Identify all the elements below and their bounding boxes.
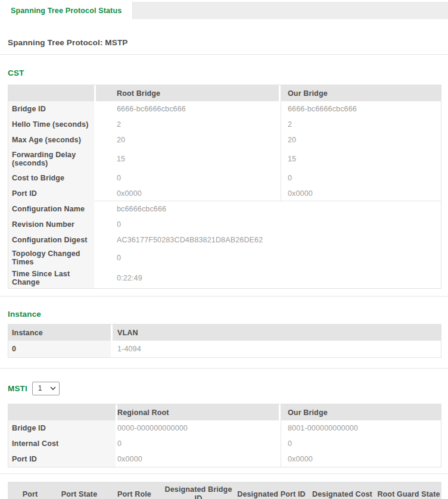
row-label: Port ID	[8, 451, 116, 467]
our-bridge-value: 6666-bc6666cbc666	[281, 101, 441, 117]
table-row: Forwarding Delay (seconds) 15 15	[8, 148, 441, 170]
root-bridge-value: 15	[94, 148, 281, 170]
our-bridge-value: 0	[281, 170, 441, 186]
table-row: Max Age (seconds) 20 20	[8, 132, 441, 148]
msti-heading: MSTI	[8, 384, 27, 393]
cst-table-header: Root Bridge Our Bridge	[8, 85, 441, 101]
row-label: Internal Cost	[8, 436, 116, 451]
divider	[0, 54, 448, 55]
divider	[0, 473, 448, 474]
our-bridge-value: 2	[281, 117, 441, 132]
instance-heading: Instance	[8, 310, 441, 319]
row-label: Bridge ID	[8, 420, 116, 436]
row-value: 0	[94, 217, 441, 232]
table-row: Configuration Digest AC36177F50283CD4B83…	[8, 232, 441, 248]
port-col-designated-bridge-id: Designated Bridge ID	[163, 482, 234, 499]
port-col-port-role: Port Role	[106, 482, 163, 499]
table-row: Internal Cost 0 0	[8, 436, 441, 451]
row-label: Revision Number	[8, 217, 94, 232]
regional-root-value: 0x0000	[116, 451, 281, 467]
table-row: Port ID 0x0000 0x0000	[8, 451, 441, 467]
table-row: Port ID 0x0000 0x0000	[8, 186, 441, 201]
page-title: Spanning Tree Protocol: MSTP	[8, 38, 441, 47]
root-bridge-value: 20	[94, 132, 281, 148]
instance-table-header: Instance VLAN	[8, 325, 441, 341]
row-value: 0	[94, 248, 441, 268]
table-row: Revision Number 0	[8, 217, 441, 232]
row-label: Forwarding Delay (seconds)	[8, 148, 94, 170]
port-col-port-state: Port State	[52, 482, 106, 499]
msti-col-regional-root: Regional Root	[117, 404, 279, 420]
cst-heading: CST	[8, 68, 441, 77]
row-label: Cost to Bridge	[8, 170, 94, 186]
row-label: Configuration Name	[8, 201, 94, 217]
port-col-designated-port-id: Designated Port ID	[234, 482, 309, 499]
row-label: Configuration Digest	[8, 232, 94, 248]
our-bridge-value: 8001-000000000000	[281, 420, 441, 436]
main-content: Spanning Tree Protocol: MSTP CST Root Br…	[0, 38, 448, 499]
table-row: Topology Changed Times 0	[8, 248, 441, 268]
msti-selected-value: 1	[38, 384, 42, 392]
msti-table-header: Regional Root Our Bridge	[8, 404, 441, 420]
row-label: Hello Time (seconds)	[8, 117, 94, 132]
msti-col-empty	[8, 404, 116, 420]
instance-col-instance: Instance	[8, 325, 111, 341]
msti-table: Regional Root Our Bridge Bridge ID 0000-…	[8, 404, 441, 467]
vlan-range: 1-4094	[111, 341, 441, 357]
cst-table: Root Bridge Our Bridge Bridge ID 6666-bc…	[8, 85, 441, 289]
cst-col-our-bridge: Our Bridge	[281, 85, 441, 101]
table-row: Configuration Name bc6666cbc666	[8, 201, 441, 217]
chevron-down-icon	[50, 386, 56, 390]
root-bridge-value: 0	[94, 170, 281, 186]
cst-col-root-bridge: Root Bridge	[96, 85, 279, 101]
divider	[0, 296, 448, 297]
msti-header-row: MSTI 1	[8, 381, 441, 396]
regional-root-value: 0000-000000000000	[116, 420, 281, 436]
root-bridge-value: 2	[94, 117, 281, 132]
table-row: Hello Time (seconds) 2 2	[8, 117, 441, 132]
port-table-header: Port Port State Port Role Designated Bri…	[8, 482, 441, 499]
row-label: Max Age (seconds)	[8, 132, 94, 148]
table-row: 0 1-4094	[8, 341, 441, 357]
msti-select[interactable]: 1	[32, 382, 60, 395]
table-row: Bridge ID 0000-000000000000 8001-0000000…	[8, 420, 441, 436]
table-row: Time Since Last Change 0:22:49	[8, 268, 441, 288]
row-value: bc6666cbc666	[94, 201, 441, 217]
tab-bar: Spanning Tree Protocol Status	[0, 2, 448, 19]
row-label: Topology Changed Times	[8, 248, 94, 268]
row-label: Time Since Last Change	[8, 268, 94, 288]
row-label: Port ID	[8, 186, 94, 201]
row-label: Bridge ID	[8, 101, 94, 117]
msti-col-our-bridge: Our Bridge	[281, 404, 441, 420]
our-bridge-value: 0	[281, 436, 441, 451]
port-col-port: Port	[8, 482, 52, 499]
instance-col-vlan: VLAN	[113, 325, 441, 341]
cst-col-empty	[8, 85, 94, 101]
row-value: 0:22:49	[94, 268, 441, 288]
our-bridge-value: 15	[281, 148, 441, 170]
our-bridge-value: 0x0000	[281, 186, 441, 201]
table-row: Bridge ID 6666-bc6666cbc666 6666-bc6666c…	[8, 101, 441, 117]
table-row: Cost to Bridge 0 0	[8, 170, 441, 186]
instance-table: Instance VLAN 0 1-4094	[8, 324, 441, 358]
our-bridge-value: 0x0000	[281, 451, 441, 467]
our-bridge-value: 20	[281, 132, 441, 148]
instance-id: 0	[8, 341, 111, 357]
port-col-root-guard-state: Root Guard State	[376, 482, 441, 499]
port-col-designated-cost: Designated Cost	[309, 482, 376, 499]
root-bridge-value: 6666-bc6666cbc666	[94, 101, 281, 117]
row-value: AC36177F50283CD4B83821D8AB26DE62	[94, 232, 441, 248]
regional-root-value: 0	[116, 436, 281, 451]
root-bridge-value: 0x0000	[94, 186, 281, 201]
tab-spanning-tree-protocol-status[interactable]: Spanning Tree Protocol Status	[0, 2, 133, 19]
divider	[0, 368, 448, 369]
